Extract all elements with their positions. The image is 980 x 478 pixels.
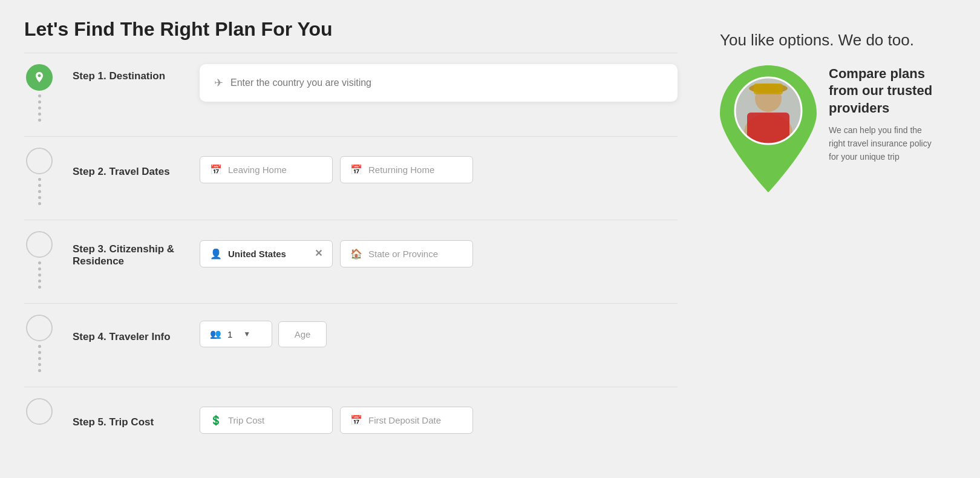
person-icon: 👤 <box>210 248 222 260</box>
step-4-circle <box>26 315 53 341</box>
location-pin-icon <box>33 71 46 84</box>
leaving-home-field[interactable]: 📅 Leaving Home <box>200 156 333 183</box>
map-pin-svg <box>720 65 817 192</box>
clear-citizenship-button[interactable]: ✕ <box>315 249 322 258</box>
right-headline: You like options. We do too. <box>720 30 938 51</box>
step-3-label: Step 3. Citizenship & Residence <box>73 237 181 267</box>
leaving-home-placeholder: Leaving Home <box>228 165 287 175</box>
step-2-indicator-col <box>24 148 54 209</box>
age-field[interactable]: Age <box>278 321 327 347</box>
plane-icon: ✈ <box>214 76 223 90</box>
step-4-label: Step 4. Traveler Info <box>73 325 181 343</box>
state-province-field[interactable]: 🏠 State or Province <box>340 240 473 267</box>
right-panel: You like options. We do too. <box>702 18 956 460</box>
step-1-row: Step 1. Destination ✈ <box>24 53 678 136</box>
promo-title: Compare plans from our trusted providers <box>829 65 938 117</box>
calendar-icon-2: 📅 <box>350 164 362 175</box>
state-province-placeholder: State or Province <box>368 249 438 259</box>
step-1-circle <box>26 64 53 91</box>
chevron-down-icon: ▼ <box>243 330 250 338</box>
destination-section: ✈ <box>200 64 678 102</box>
step-5-fields: 💲 Trip Cost 📅 First Deposit Date <box>200 404 678 434</box>
step-4-fields: 👥 1 ▼ Age <box>200 321 327 347</box>
calendar-icon-3: 📅 <box>350 414 362 426</box>
promo-pin-container <box>720 65 817 195</box>
returning-home-placeholder: Returning Home <box>368 165 434 175</box>
trip-cost-placeholder: Trip Cost <box>228 415 264 425</box>
promo-description: We can help you find the right travel in… <box>829 123 938 164</box>
page-title: Let's Find The Right Plan For You <box>24 18 678 41</box>
traveler-count-select[interactable]: 👥 1 ▼ <box>200 321 272 347</box>
step-3-circle <box>26 231 53 258</box>
citizenship-value: United States <box>228 249 286 259</box>
step-3-row: Step 3. Citizenship & Residence 👤 United… <box>24 220 678 303</box>
traveler-icon: 👥 <box>210 329 221 339</box>
destination-input[interactable] <box>230 77 663 88</box>
step-5-indicator-col <box>24 398 54 425</box>
step-2-connector <box>38 174 41 209</box>
step-2-fields: 📅 Leaving Home 📅 Returning Home <box>200 154 678 183</box>
step-3-fields: 👤 United States ✕ 🏠 State or Province <box>200 238 678 267</box>
step-2-row: Step 2. Travel Dates 📅 Leaving Home 📅 Re… <box>24 136 678 220</box>
trip-cost-field[interactable]: 💲 Trip Cost <box>200 407 333 434</box>
traveler-count-value: 1 <box>227 329 232 339</box>
dollar-icon: 💲 <box>210 414 222 426</box>
returning-home-field[interactable]: 📅 Returning Home <box>340 156 473 183</box>
step-1-connector <box>38 91 41 125</box>
home-icon: 🏠 <box>350 248 362 260</box>
age-placeholder: Age <box>295 329 311 339</box>
step-4-row: Step 4. Traveler Info 👥 1 ▼ Age <box>24 303 678 387</box>
promo-card: Compare plans from our trusted providers… <box>720 65 938 195</box>
step-5-circle <box>26 398 53 425</box>
citizenship-field[interactable]: 👤 United States ✕ <box>200 240 333 267</box>
step-5-row: Step 5. Trip Cost 💲 Trip Cost 📅 First De… <box>24 387 678 445</box>
step-4-connector <box>38 341 41 376</box>
first-deposit-placeholder: First Deposit Date <box>368 415 441 425</box>
step-2-label: Step 2. Travel Dates <box>73 160 181 178</box>
step-3-indicator-col <box>24 231 54 292</box>
step-4-indicator-col <box>24 315 54 376</box>
first-deposit-field[interactable]: 📅 First Deposit Date <box>340 407 473 434</box>
step-2-circle <box>26 148 53 174</box>
calendar-icon-1: 📅 <box>210 164 222 175</box>
step-5-label: Step 5. Trip Cost <box>73 410 181 428</box>
svg-rect-6 <box>754 83 783 94</box>
step-1-indicator-col <box>24 64 54 125</box>
promo-text: Compare plans from our trusted providers… <box>829 65 938 164</box>
step-1-label: Step 1. Destination <box>73 64 181 82</box>
steps-container: Step 1. Destination ✈ <box>24 53 678 445</box>
step-3-connector <box>38 258 41 292</box>
